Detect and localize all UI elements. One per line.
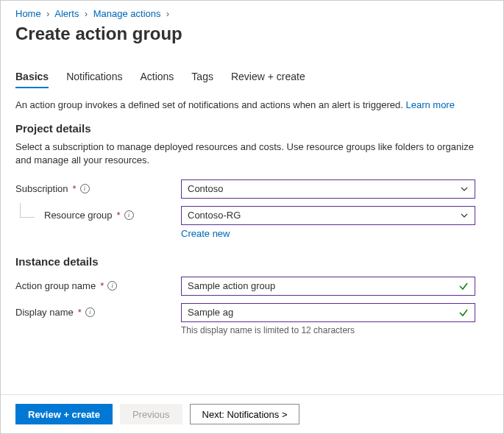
chevron-right-icon: › — [46, 9, 49, 19]
subscription-value: Contoso — [188, 183, 223, 194]
breadcrumb-manage-actions[interactable]: Manage actions — [93, 8, 161, 19]
chevron-down-icon — [460, 211, 469, 220]
required-indicator: * — [117, 210, 121, 221]
tab-actions[interactable]: Actions — [140, 66, 174, 88]
page-title: Create action group — [15, 24, 489, 44]
required-indicator: * — [100, 280, 104, 291]
required-indicator: * — [73, 183, 77, 194]
display-name-input[interactable]: Sample ag — [181, 303, 475, 322]
create-new-link[interactable]: Create new — [181, 228, 230, 239]
action-group-name-label: Action group name — [15, 280, 96, 291]
chevron-down-icon — [460, 185, 469, 193]
checkmark-icon — [458, 281, 469, 291]
review-create-button[interactable]: Review + create — [15, 404, 113, 424]
action-group-name-value: Sample action group — [188, 280, 275, 291]
resource-group-value: Contoso-RG — [188, 210, 241, 221]
display-name-value: Sample ag — [188, 307, 233, 318]
next-button[interactable]: Next: Notifications > — [190, 404, 300, 424]
tab-review-create[interactable]: Review + create — [231, 66, 305, 88]
tab-bar: Basics Notifications Actions Tags Review… — [15, 66, 489, 88]
tree-indent-line — [20, 203, 35, 218]
display-name-label: Display name — [15, 307, 74, 318]
breadcrumb: Home › Alerts › Manage actions › — [15, 8, 489, 19]
tab-notifications[interactable]: Notifications — [66, 66, 122, 88]
tab-basics[interactable]: Basics — [15, 66, 49, 88]
chevron-right-icon: › — [166, 9, 169, 19]
instance-details-heading: Instance details — [15, 255, 489, 268]
required-indicator: * — [78, 307, 82, 318]
subscription-label: Subscription — [15, 183, 68, 194]
breadcrumb-alerts[interactable]: Alerts — [54, 8, 79, 19]
display-name-hint: This display name is limited to 12 chara… — [181, 325, 475, 335]
checkmark-icon — [458, 307, 469, 318]
info-icon[interactable]: i — [124, 210, 134, 220]
intro-text: An action group invokes a defined set of… — [15, 99, 489, 112]
tab-tags[interactable]: Tags — [191, 66, 213, 88]
chevron-right-icon: › — [85, 9, 88, 19]
breadcrumb-home[interactable]: Home — [15, 8, 41, 19]
previous-button: Previous — [120, 404, 182, 424]
resource-group-select[interactable]: Contoso-RG — [181, 206, 475, 225]
info-icon[interactable]: i — [80, 184, 90, 193]
project-details-heading: Project details — [15, 122, 489, 135]
action-group-name-input[interactable]: Sample action group — [181, 277, 475, 296]
footer-bar: Review + create Previous Next: Notificat… — [1, 394, 503, 433]
resource-group-label: Resource group — [44, 210, 113, 221]
learn-more-link[interactable]: Learn more — [405, 99, 454, 110]
info-icon[interactable]: i — [85, 307, 95, 317]
info-icon[interactable]: i — [107, 281, 117, 291]
project-details-desc: Select a subscription to manage deployed… — [15, 140, 489, 167]
subscription-select[interactable]: Contoso — [181, 179, 475, 199]
